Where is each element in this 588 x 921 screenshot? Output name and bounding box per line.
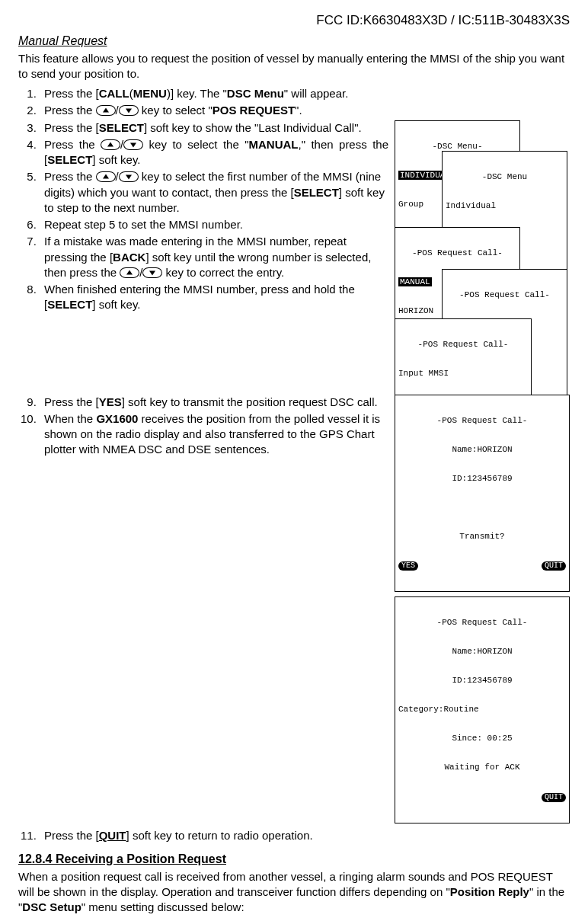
- txt: Press the: [44, 104, 96, 117]
- step-2: Press the / key to select "POS REQUEST".: [40, 103, 570, 118]
- down-key-icon: [123, 139, 143, 150]
- up-key-icon: [101, 139, 120, 150]
- txt: ] soft key to return to radio operation.: [126, 829, 313, 842]
- lcd-line: Name:HORIZON: [398, 445, 566, 455]
- txt: Press the [: [44, 87, 99, 100]
- dsc-setup: DSC Setup: [22, 900, 81, 913]
- select-key: SELECT: [99, 121, 144, 134]
- manual-opt: MANUAL: [249, 138, 299, 151]
- down-key-icon: [119, 105, 139, 116]
- txt: " will appear.: [284, 87, 349, 100]
- step-9: Press the [YES] soft key to transmit the…: [40, 395, 388, 410]
- call-key: CALL: [99, 87, 129, 100]
- down-key-icon: [119, 171, 139, 182]
- lcd-title: -POS Request Call-: [398, 618, 566, 628]
- select-key: SELECT: [47, 153, 92, 166]
- txt: Press the [: [44, 395, 99, 408]
- txt: key to correct the entry.: [162, 266, 284, 279]
- lcd-line: Since: 00:25: [398, 734, 566, 744]
- lcd-soft-quit: QUIT: [542, 793, 566, 802]
- menu-key: MENU: [133, 87, 167, 100]
- lcd-line: Name:HORIZON: [398, 647, 566, 657]
- lcd-line: ID:123456789: [398, 474, 566, 484]
- step-10: When the GX1600 receives the position fr…: [40, 411, 388, 458]
- step-7: If a mistake was made entering in the MM…: [40, 234, 388, 280]
- lcd-line: Waiting for ACK: [398, 763, 566, 772]
- step-1: Press the [CALL(MENU)] key. The "DSC Men…: [40, 86, 570, 101]
- model: GX1600: [96, 412, 138, 425]
- down-key-icon: [142, 267, 162, 278]
- lcd-line: Category:Routine: [398, 705, 566, 715]
- txt: ] key. The ": [171, 87, 227, 100]
- lcd-soft-quit: QUIT: [542, 561, 566, 571]
- lcd-line: MANUAL: [398, 277, 432, 287]
- txt: Press the [: [44, 121, 99, 134]
- pos-request: POS REQUEST: [213, 104, 295, 117]
- receiving-heading: 12.8.4 Receiving a Position Request: [18, 851, 570, 868]
- fcc-id: FCC ID:K6630483X3D / IC:511B-30483X3S: [18, 12, 570, 30]
- select-key: SELECT: [294, 186, 339, 199]
- lcd-title: -POS Request Call-: [398, 416, 566, 426]
- receiving-intro: When a position request call is received…: [18, 869, 570, 916]
- txt: " menu setting discussed below:: [81, 900, 244, 913]
- manual-request-intro: This feature allows you to request the p…: [18, 51, 570, 82]
- txt: key to select ": [139, 104, 213, 117]
- txt: Press the: [44, 138, 101, 151]
- lcd-transmit-confirm: -POS Request Call- Name:HORIZON ID:12345…: [395, 395, 570, 593]
- lcd-title: -POS Request Call-: [446, 290, 564, 300]
- txt: key to select the ": [143, 138, 248, 151]
- txt: When the: [44, 412, 96, 425]
- step-8: When finished entering the MMSI number, …: [40, 282, 388, 313]
- quit-key: QUIT: [99, 829, 126, 842]
- lcd-soft-yes: YES: [398, 561, 418, 571]
- lcd-line: Individual: [446, 201, 564, 211]
- txt: ] soft key to transmit the position requ…: [122, 395, 378, 408]
- step-5: Press the / key to select the first numb…: [40, 169, 388, 216]
- txt: ".: [295, 104, 302, 117]
- txt: Press the: [44, 170, 96, 183]
- up-key-icon: [96, 105, 116, 116]
- lcd-line: ID:123456789: [398, 676, 566, 686]
- txt: ] soft key.: [92, 298, 140, 311]
- lcd-title: -POS Request Call-: [398, 248, 516, 258]
- step-3: Press the [SELECT] soft key to show the …: [40, 120, 388, 136]
- up-key-icon: [120, 267, 139, 278]
- dsc-menu: DSC Menu: [227, 87, 284, 100]
- lcd-waiting-ack: -POS Request Call- Name:HORIZON ID:12345…: [395, 596, 570, 823]
- lcd-title: -DSC Menu: [446, 172, 564, 182]
- back-key: BACK: [113, 251, 145, 264]
- lcd-title: -POS Request Call-: [398, 340, 528, 350]
- step-11: Press the [QUIT] soft key to return to r…: [40, 828, 570, 843]
- pos-reply: Position Reply: [450, 885, 529, 898]
- up-key-icon: [96, 171, 116, 182]
- step-6: Repeat step 5 to set the MMSI number.: [40, 217, 388, 232]
- txt: Press the [: [44, 829, 99, 842]
- yes-key: YES: [99, 395, 122, 408]
- manual-request-title: Manual Request: [18, 33, 570, 50]
- txt: ] soft key to show the "Last Individual …: [144, 121, 362, 134]
- lcd-line: Transmit?: [398, 532, 566, 542]
- select-key: SELECT: [47, 298, 92, 311]
- lcd-line: Input MMSI: [398, 369, 528, 379]
- step-4: Press the / key to select the "MANUAL," …: [40, 137, 388, 168]
- txt: ] soft key.: [92, 153, 140, 166]
